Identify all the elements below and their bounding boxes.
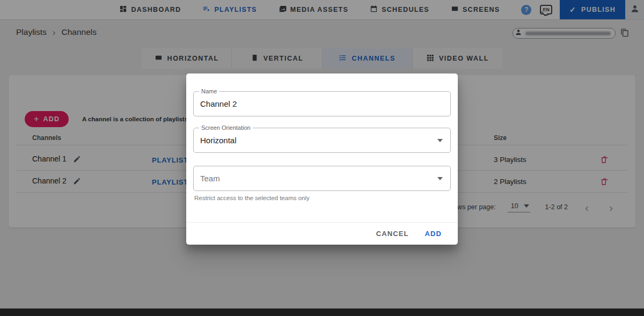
add-channel-dialog: Name Channel 2 Screen Orientation Horizo… <box>186 74 458 245</box>
team-helper-text: Restrict access to the selected teams on… <box>194 195 310 201</box>
name-field-label: Name <box>199 88 219 94</box>
orientation-field-label: Screen Orientation <box>199 124 253 131</box>
orientation-field-value: Horizontal <box>194 136 437 145</box>
dialog-add-button[interactable]: ADD <box>425 230 442 238</box>
dialog-actions: CANCEL ADD <box>186 222 458 245</box>
cancel-button[interactable]: CANCEL <box>376 230 409 238</box>
team-field-placeholder: Team <box>194 174 437 183</box>
caret-down-icon <box>437 139 443 142</box>
caret-down-icon <box>437 177 443 180</box>
screen-orientation-select[interactable]: Screen Orientation Horizontal <box>193 128 451 153</box>
team-select[interactable]: Team <box>193 166 451 191</box>
name-field[interactable]: Name Channel 2 <box>193 91 451 116</box>
name-field-value: Channel 2 <box>194 99 450 108</box>
